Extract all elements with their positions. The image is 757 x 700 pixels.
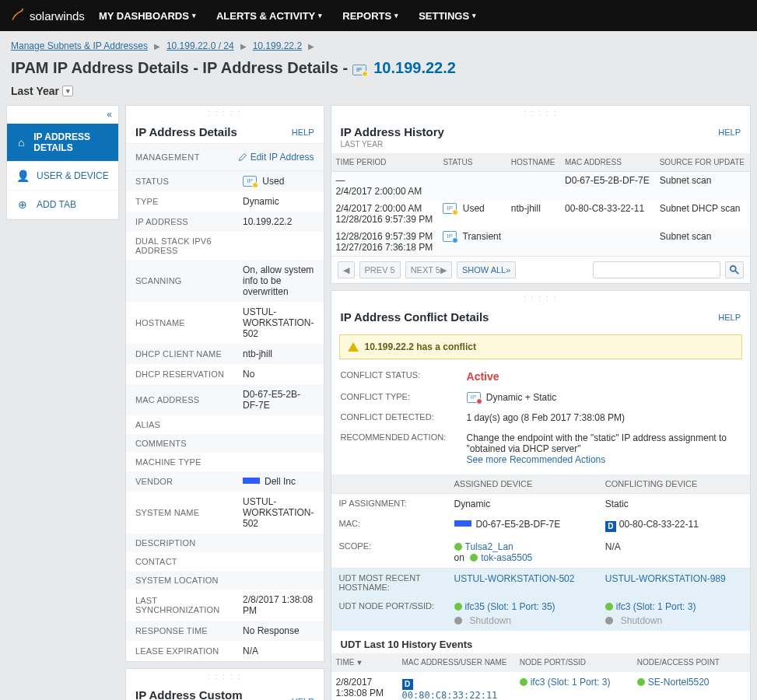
side-tab[interactable]: 👤USER & DEVICE — [7, 162, 118, 191]
detail-row: STATUSIP Used — [126, 171, 324, 191]
detail-key: LEASE EXPIRATION — [135, 646, 237, 656]
dlink-logo-icon: D — [605, 521, 616, 532]
udt-node-link[interactable]: SE-Nortel5520 — [648, 677, 710, 688]
history-col-header[interactable]: MAC ADDRESS — [560, 153, 655, 172]
warning-icon — [348, 342, 359, 352]
assigned-udt-port: ifc35 (Slot: 1 Port: 35) Shutdown — [448, 597, 599, 631]
brand-swirl-icon — [11, 8, 25, 24]
drag-handle-icon[interactable]: : : : : : — [126, 669, 324, 681]
prev-page-button[interactable]: ◀ — [338, 261, 355, 278]
history-pager: ◀ PREV 5 NEXT 5 ▶ SHOW ALL » — [331, 256, 750, 283]
see-more-actions-link[interactable]: See more Recommended Actions — [467, 454, 606, 465]
udt-mac-link[interactable]: 00:80:C8:33:22:11 — [402, 690, 498, 700]
brand-block: solarwinds — [11, 8, 85, 24]
drag-handle-icon[interactable]: : : : : : — [331, 291, 750, 303]
nav-item[interactable]: MY DASHBOARDS▾ — [99, 10, 196, 22]
detail-row: SYSTEM LOCATION — [126, 571, 324, 590]
udt-col-header[interactable]: NODE PORT/SSID — [515, 653, 633, 671]
svg-line-1 — [735, 271, 738, 274]
detail-key: DUAL STACK IPV6 ADDRESS — [135, 236, 237, 255]
sort-desc-icon: ▼ — [356, 659, 363, 667]
detail-row: TYPEDynamic — [126, 191, 324, 212]
breadcrumb-link[interactable]: Manage Subnets & IP Addresses — [11, 40, 148, 51]
page-title-ip: 10.199.22.2 — [373, 59, 456, 76]
status-dot-icon — [605, 617, 613, 625]
detail-row: DHCP CLIENT NAMEntb-jhill — [126, 344, 324, 364]
status-dot-icon — [454, 543, 462, 551]
time-range-picker[interactable]: Last Year ▾ — [0, 85, 757, 105]
history-col-header[interactable]: SOURCE FOR UPDATE — [655, 153, 750, 172]
side-tab[interactable]: ⌂IP ADDRESS DETAILS — [7, 124, 118, 162]
udt-col-header[interactable]: TIME▼ — [331, 653, 398, 671]
custom-props-title: IP Address Custom Properties — [135, 688, 292, 700]
side-tab-label: IP ADDRESS DETAILS — [33, 131, 109, 153]
scope-host-link[interactable]: tok-asa5505 — [481, 552, 532, 563]
assigned-device-header: ASSIGNED DEVICE — [448, 474, 599, 493]
side-tab[interactable]: ⊕ADD TAB — [7, 191, 118, 219]
conflicting-udt-port: ifc3 (Slot: 1 Port: 3) Shutdown — [599, 597, 750, 631]
detail-value: D0-67-E5-2B-DF-7E — [243, 389, 314, 411]
chevron-down-icon: ▾ — [62, 86, 73, 96]
detail-value: IP Used — [243, 176, 314, 187]
collapse-sidebar-button[interactable]: « — [107, 109, 112, 120]
udt-col-header[interactable]: MAC ADDRESS/USER NAME — [398, 653, 515, 671]
conflicting-mac: D00-80-C8-33-22-11 — [599, 514, 750, 537]
edit-ip-address-link[interactable]: Edit IP Address — [238, 152, 314, 163]
udt-history-header: TIME▼MAC ADDRESS/USER NAMENODE PORT/SSID… — [331, 653, 750, 671]
detail-key: ALIAS — [135, 420, 237, 429]
breadcrumb-link[interactable]: 10.199.22.0 / 24 — [166, 40, 234, 51]
udt-col-header[interactable]: NODE/ACCESS POINT — [633, 653, 750, 671]
detail-key: SCANNING — [135, 276, 237, 285]
detail-key: DESCRIPTION — [135, 538, 237, 548]
conflict-status-value: Active — [467, 370, 741, 383]
breadcrumb: Manage Subnets & IP Addresses▶10.199.22.… — [0, 31, 757, 56]
detail-row: SYSTEM NAMEUSTUL-WORKSTATION-502 — [126, 492, 324, 534]
detail-row: MAC ADDRESSD0-67-E5-2B-DF-7E — [126, 384, 324, 415]
side-tab-label: USER & DEVICE — [37, 170, 109, 181]
udt-port-link[interactable]: ifc3 (Slot: 1 Port: 3) — [531, 677, 611, 688]
recommended-action-value: Change the endpoint with the "static" IP… — [467, 432, 741, 465]
recommended-action-label: RECOMMENDED ACTION: — [341, 432, 459, 465]
detail-key: CONTACT — [135, 557, 237, 566]
detail-row: HOSTNAMEUSTUL-WORKSTATION-502 — [126, 302, 324, 344]
history-col-header[interactable]: STATUS — [438, 153, 506, 172]
conflicting-ip-assignment: Static — [599, 493, 750, 514]
detail-key: IP ADDRESS — [135, 217, 237, 226]
help-link[interactable]: HELP — [718, 313, 741, 322]
history-search-go-button[interactable] — [725, 261, 744, 278]
history-col-header[interactable]: TIME PERIOD — [331, 153, 439, 172]
detail-key: SYSTEM LOCATION — [135, 576, 237, 585]
breadcrumb-link[interactable]: 10.199.22.2 — [253, 40, 302, 51]
conflicting-udt-hostname: USTUL-WORKSTATION-989 — [599, 568, 750, 597]
status-dot-icon — [454, 603, 462, 611]
pencil-icon — [238, 152, 247, 162]
next5-button[interactable]: NEXT 5 ▶ — [405, 261, 452, 278]
ip-history-title: IP Address History — [341, 125, 444, 138]
scope-link[interactable]: Tulsa2_Lan — [465, 541, 513, 552]
history-row: —2/4/2017 2:00:00 AMD0-67-E5-2B-DF-7ESub… — [331, 172, 750, 201]
conflicting-scope: N/A — [599, 537, 750, 568]
prev5-button[interactable]: PREV 5 — [359, 261, 401, 278]
status-dot-icon — [454, 617, 462, 625]
conflict-details-panel: : : : : : IP Address Conflict Details HE… — [331, 290, 751, 700]
help-link[interactable]: HELP — [718, 128, 741, 137]
history-search-input[interactable] — [593, 261, 720, 278]
detail-row: SCANNINGOn, allow system info to be over… — [126, 260, 324, 302]
show-all-button[interactable]: SHOW ALL » — [457, 261, 516, 278]
history-row: 12/28/2016 9:57:39 PM12/27/2016 7:36:18 … — [331, 228, 750, 256]
help-link[interactable]: HELP — [292, 128, 314, 137]
top-nav: solarwinds MY DASHBOARDS▾ALERTS & ACTIVI… — [0, 0, 757, 31]
drag-handle-icon[interactable]: : : : : : — [126, 106, 324, 117]
history-col-header[interactable]: HOSTNAME — [506, 153, 560, 172]
drag-handle-icon[interactable]: : : : : : — [331, 106, 750, 117]
nav-items: MY DASHBOARDS▾ALERTS & ACTIVITY▾REPORTS▾… — [99, 10, 476, 22]
detail-row: VENDORDell Inc — [126, 471, 324, 492]
conflict-banner-text: 10.199.22.2 has a conflict — [365, 341, 476, 352]
help-link[interactable]: HELP — [292, 697, 314, 700]
nav-item[interactable]: REPORTS▾ — [342, 10, 398, 22]
detail-value: USTUL-WORKSTATION-502 — [243, 306, 314, 339]
nav-item[interactable]: SETTINGS▾ — [419, 10, 476, 22]
conflict-title: IP Address Conflict Details — [341, 310, 489, 324]
nav-item[interactable]: ALERTS & ACTIVITY▾ — [216, 10, 322, 22]
custom-props-panel: : : : : : IP Address Custom Properties H… — [125, 668, 324, 700]
